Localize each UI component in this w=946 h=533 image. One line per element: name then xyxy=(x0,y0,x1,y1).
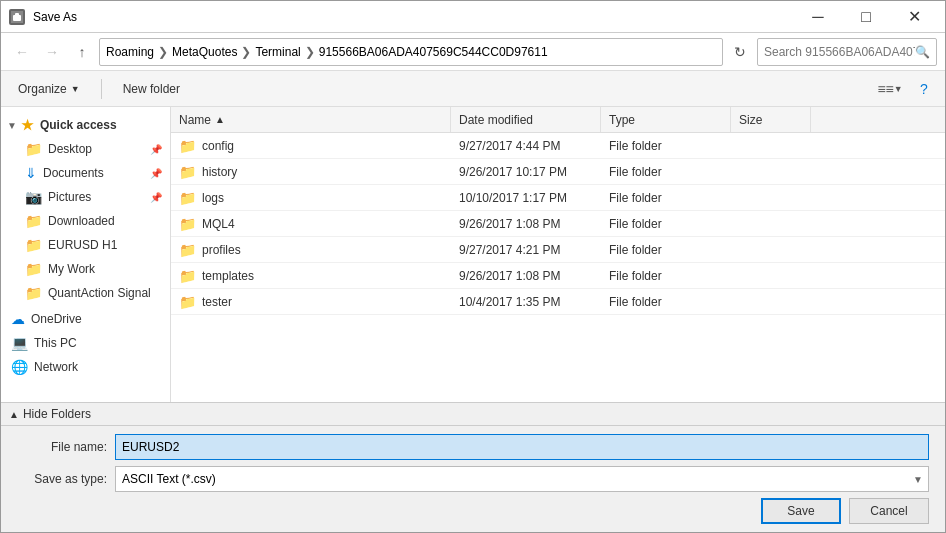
path-item-3: Terminal xyxy=(255,45,300,59)
file-name-text: templates xyxy=(202,269,254,283)
file-cell-name: 📁 tester xyxy=(171,294,451,310)
sidebar-item-documents[interactable]: ⇓ Documents 📌 xyxy=(1,161,170,185)
sidebar-thispc-label: This PC xyxy=(34,336,77,350)
col-type-label: Type xyxy=(609,113,635,127)
file-cell-type: File folder xyxy=(601,295,731,309)
sidebar-quickaccess-label: Quick access xyxy=(40,118,117,132)
downloaded-icon: 📁 xyxy=(25,213,42,229)
folder-icon: 📁 xyxy=(179,138,196,154)
toolbar-separator xyxy=(101,79,102,99)
eurusd-icon: 📁 xyxy=(25,237,42,253)
file-cell-date: 9/26/2017 1:08 PM xyxy=(451,269,601,283)
mywork-icon: 📁 xyxy=(25,261,42,277)
sidebar-onedrive-label: OneDrive xyxy=(31,312,82,326)
desktop-icon: 📁 xyxy=(25,141,42,157)
file-name-text: history xyxy=(202,165,237,179)
refresh-button[interactable]: ↻ xyxy=(727,39,753,65)
organize-label: Organize xyxy=(18,82,67,96)
col-header-size[interactable]: Size xyxy=(731,107,811,132)
file-cell-type: File folder xyxy=(601,139,731,153)
sort-icon: ▲ xyxy=(215,114,225,125)
pin-icon-documents: 📌 xyxy=(150,168,162,179)
file-cell-type: File folder xyxy=(601,191,731,205)
quickaccess-chevron-icon: ▼ xyxy=(7,120,17,131)
organize-button[interactable]: Organize ▼ xyxy=(9,75,89,103)
bottom-area: File name: Save as type: ASCII Text (*.c… xyxy=(1,425,945,532)
file-name-text: MQL4 xyxy=(202,217,235,231)
folder-icon: 📁 xyxy=(179,190,196,206)
save-button[interactable]: Save xyxy=(761,498,841,524)
file-row[interactable]: 📁 config 9/27/2017 4:44 PM File folder xyxy=(171,133,945,159)
file-row[interactable]: 📁 templates 9/26/2017 1:08 PM File folde… xyxy=(171,263,945,289)
column-header: Name ▲ Date modified Type Size xyxy=(171,107,945,133)
hide-folders-button[interactable]: ▲ Hide Folders xyxy=(9,407,91,421)
help-icon: ? xyxy=(920,81,928,97)
file-row[interactable]: 📁 history 9/26/2017 10:17 PM File folder xyxy=(171,159,945,185)
window-icon xyxy=(9,9,25,25)
up-button[interactable]: ↑ xyxy=(69,39,95,65)
search-box[interactable]: 🔍 xyxy=(757,38,937,66)
file-row[interactable]: 📁 tester 10/4/2017 1:35 PM File folder xyxy=(171,289,945,315)
path-items: Roaming ❯ MetaQuotes ❯ Terminal ❯ 915566… xyxy=(106,45,548,59)
documents-icon: ⇓ xyxy=(25,165,37,181)
file-name-text: config xyxy=(202,139,234,153)
sidebar-item-onedrive[interactable]: ☁ OneDrive xyxy=(1,307,170,331)
sidebar-item-desktop[interactable]: 📁 Desktop 📌 xyxy=(1,137,170,161)
path-item-4: 915566BA06ADA407569C544CC0D97611 xyxy=(319,45,548,59)
sidebar-item-downloaded-label: Downloaded xyxy=(48,214,115,228)
address-bar: ← → ↑ Roaming ❯ MetaQuotes ❯ Terminal ❯ … xyxy=(1,33,945,71)
view-button[interactable]: ≡≡ ▼ xyxy=(877,76,903,102)
maximize-button[interactable]: □ xyxy=(843,1,889,33)
sidebar-item-network[interactable]: 🌐 Network xyxy=(1,355,170,379)
col-header-type[interactable]: Type xyxy=(601,107,731,132)
file-cell-type: File folder xyxy=(601,165,731,179)
savetype-wrapper: ASCII Text (*.csv) ▼ xyxy=(115,466,929,492)
sidebar-network-label: Network xyxy=(34,360,78,374)
file-cell-date: 9/26/2017 1:08 PM xyxy=(451,217,601,231)
hide-folders-row: ▲ Hide Folders xyxy=(1,402,945,425)
address-path[interactable]: Roaming ❯ MetaQuotes ❯ Terminal ❯ 915566… xyxy=(99,38,723,66)
folder-icon: 📁 xyxy=(179,268,196,284)
file-cell-type: File folder xyxy=(601,269,731,283)
folder-icon: 📁 xyxy=(179,216,196,232)
col-header-date[interactable]: Date modified xyxy=(451,107,601,132)
forward-button[interactable]: → xyxy=(39,39,65,65)
sidebar-item-mywork[interactable]: 📁 My Work xyxy=(1,257,170,281)
sidebar-item-eurusd[interactable]: 📁 EURUSD H1 xyxy=(1,233,170,257)
close-button[interactable]: ✕ xyxy=(891,1,937,33)
sidebar-item-pictures[interactable]: 📷 Pictures 📌 xyxy=(1,185,170,209)
file-cell-date: 10/10/2017 1:17 PM xyxy=(451,191,601,205)
cancel-button[interactable]: Cancel xyxy=(849,498,929,524)
col-date-label: Date modified xyxy=(459,113,533,127)
sidebar-item-desktop-label: Desktop xyxy=(48,142,92,156)
filename-label: File name: xyxy=(17,440,107,454)
sidebar-header-quickaccess[interactable]: ▼ ★ Quick access xyxy=(1,113,170,137)
file-name-text: tester xyxy=(202,295,232,309)
file-name-text: logs xyxy=(202,191,224,205)
minimize-button[interactable]: ─ xyxy=(795,1,841,33)
sidebar-item-eurusd-label: EURUSD H1 xyxy=(48,238,117,252)
sidebar-item-thispc[interactable]: 💻 This PC xyxy=(1,331,170,355)
file-cell-name: 📁 history xyxy=(171,164,451,180)
col-header-name[interactable]: Name ▲ xyxy=(171,107,451,132)
window-title: Save As xyxy=(33,10,795,24)
filename-input[interactable] xyxy=(115,434,929,460)
window-controls: ─ □ ✕ xyxy=(795,1,937,33)
sidebar-section-quickaccess: ▼ ★ Quick access 📁 Desktop 📌 ⇓ Documents… xyxy=(1,111,170,307)
new-folder-button[interactable]: New folder xyxy=(114,75,189,103)
search-input[interactable] xyxy=(764,45,915,59)
sidebar-item-documents-label: Documents xyxy=(43,166,104,180)
folder-icon: 📁 xyxy=(179,294,196,310)
file-cell-name: 📁 templates xyxy=(171,268,451,284)
back-button[interactable]: ← xyxy=(9,39,35,65)
file-row[interactable]: 📁 profiles 9/27/2017 4:21 PM File folder xyxy=(171,237,945,263)
thispc-icon: 💻 xyxy=(11,335,28,351)
file-row[interactable]: 📁 logs 10/10/2017 1:17 PM File folder xyxy=(171,185,945,211)
file-row[interactable]: 📁 MQL4 9/26/2017 1:08 PM File folder xyxy=(171,211,945,237)
sidebar-item-downloaded[interactable]: 📁 Downloaded xyxy=(1,209,170,233)
sidebar-item-quantaction[interactable]: 📁 QuantAction Signal xyxy=(1,281,170,305)
quantaction-icon: 📁 xyxy=(25,285,42,301)
savetype-select[interactable]: ASCII Text (*.csv) xyxy=(115,466,929,492)
bottom-buttons: Save Cancel xyxy=(17,498,929,524)
help-button[interactable]: ? xyxy=(911,76,937,102)
